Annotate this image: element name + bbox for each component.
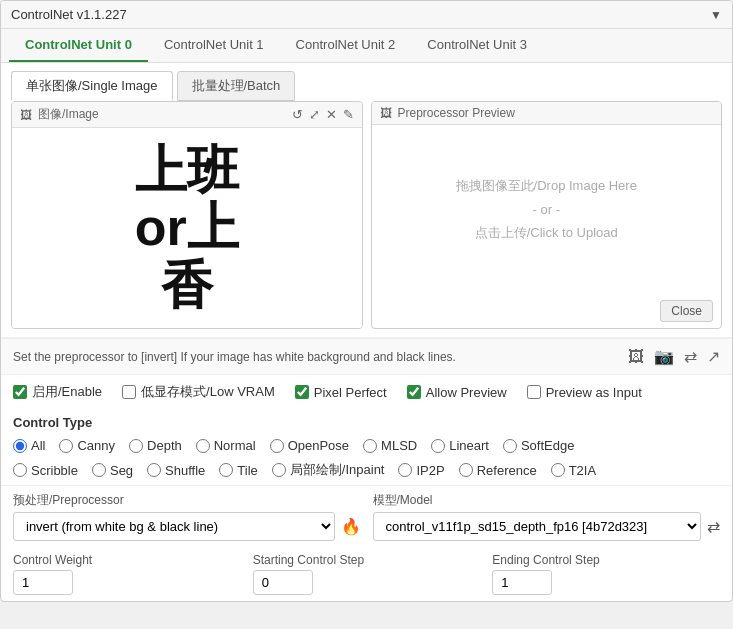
sub-tabs: 单张图像/Single Image 批量处理/Batch xyxy=(1,63,732,101)
allowpreview-checkbox[interactable]: Allow Preview xyxy=(407,385,507,400)
rotate-icon[interactable]: ↺ xyxy=(292,107,303,122)
radio-shuffle[interactable]: Shuffle xyxy=(147,463,205,478)
radio-shuffle-label: Shuffle xyxy=(165,463,205,478)
controlnet-panel: ControlNet v1.1.227 ▼ ControlNet Unit 0 … xyxy=(0,0,733,602)
previewasinput-checkbox[interactable]: Preview as Input xyxy=(527,385,642,400)
preprocessor-select-wrapper: invert (from white bg & black line) 🔥 xyxy=(13,512,361,541)
image-panel-title: 图像/Image xyxy=(38,106,99,123)
main-tabs: ControlNet Unit 0 ControlNet Unit 1 Cont… xyxy=(1,29,732,63)
sub-tab-single[interactable]: 单张图像/Single Image xyxy=(11,71,173,101)
radio-reference-label: Reference xyxy=(477,463,537,478)
sync-icon[interactable]: ⇄ xyxy=(684,347,697,366)
radio-mlsd-label: MLSD xyxy=(381,438,417,453)
radio-depth[interactable]: Depth xyxy=(129,438,182,453)
control-weight-label: Control Weight xyxy=(13,553,241,567)
info-text: Set the preprocessor to [invert] If your… xyxy=(13,350,628,364)
enable-checkbox[interactable]: 启用/Enable xyxy=(13,383,102,401)
pixelperfect-checkbox[interactable]: Pixel Perfect xyxy=(295,385,387,400)
radio-depth-label: Depth xyxy=(147,438,182,453)
radio-t2ia-label: T2IA xyxy=(569,463,596,478)
lowvram-checkbox[interactable]: 低显存模式/Low VRAM xyxy=(122,383,275,401)
radio-inpaint[interactable]: 局部绘制/Inpaint xyxy=(272,461,385,479)
expand-icon[interactable]: ⤢ xyxy=(309,107,320,122)
tab-unit3[interactable]: ControlNet Unit 3 xyxy=(411,29,543,62)
radio-normal[interactable]: Normal xyxy=(196,438,256,453)
radio-openpose[interactable]: OpenPose xyxy=(270,438,349,453)
info-icons: 🖼 📷 ⇄ ↗ xyxy=(628,347,720,366)
tab-unit1[interactable]: ControlNet Unit 1 xyxy=(148,29,280,62)
control-weight-group: Control Weight xyxy=(13,553,241,595)
image-panel-header: 🖼 图像/Image ↺ ⤢ ✕ ✎ xyxy=(12,102,362,128)
radio-all[interactable]: All xyxy=(13,438,45,453)
ending-step-label: Ending Control Step xyxy=(492,553,720,567)
radio-lineart[interactable]: Lineart xyxy=(431,438,489,453)
enable-label: 启用/Enable xyxy=(32,383,102,401)
radio-openpose-label: OpenPose xyxy=(288,438,349,453)
radio-canny[interactable]: Canny xyxy=(59,438,115,453)
draw-icon[interactable]: ✎ xyxy=(343,107,354,122)
control-weight-input[interactable] xyxy=(13,570,73,595)
sync-model-icon[interactable]: ⇄ xyxy=(707,517,720,536)
enable-input[interactable] xyxy=(13,385,27,399)
radio-scribble-label: Scribble xyxy=(31,463,78,478)
image-panels-row: 🖼 图像/Image ↺ ⤢ ✕ ✎ 上班or上香 🖼 Preprocessor… xyxy=(1,101,732,337)
control-type-row1: All Canny Depth Normal OpenPose MLSD Lin… xyxy=(1,434,732,457)
radio-canny-label: Canny xyxy=(77,438,115,453)
radio-reference[interactable]: Reference xyxy=(459,463,537,478)
info-bar: Set the preprocessor to [invert] If your… xyxy=(1,338,732,375)
preprocessor-panel-footer: Close xyxy=(372,294,722,328)
model-select[interactable]: control_v11f1p_sd15_depth_fp16 [4b72d323… xyxy=(373,512,702,541)
camera-icon[interactable]: 📷 xyxy=(654,347,674,366)
radio-lineart-label: Lineart xyxy=(449,438,489,453)
tab-unit2[interactable]: ControlNet Unit 2 xyxy=(280,29,412,62)
starting-step-input[interactable] xyxy=(253,570,313,595)
sub-tab-batch[interactable]: 批量处理/Batch xyxy=(177,71,296,101)
ending-step-group: Ending Control Step xyxy=(492,553,720,595)
arrow-icon[interactable]: ↗ xyxy=(707,347,720,366)
preprocessor-panel: 🖼 Preprocessor Preview 拖拽图像至此/Drop Image… xyxy=(371,101,723,329)
pixelperfect-input[interactable] xyxy=(295,385,309,399)
lowvram-input[interactable] xyxy=(122,385,136,399)
radio-mlsd[interactable]: MLSD xyxy=(363,438,417,453)
title-text: ControlNet v1.1.227 xyxy=(11,7,127,22)
pixelperfect-label: Pixel Perfect xyxy=(314,385,387,400)
close-button[interactable]: Close xyxy=(660,300,713,322)
allowpreview-input[interactable] xyxy=(407,385,421,399)
radio-scribble[interactable]: Scribble xyxy=(13,463,78,478)
ending-step-input[interactable] xyxy=(492,570,552,595)
image-content: 上班or上香 xyxy=(135,142,239,314)
tab-unit0[interactable]: ControlNet Unit 0 xyxy=(9,29,148,62)
image-panel-body[interactable]: 上班or上香 xyxy=(12,128,362,328)
collapse-icon[interactable]: ▼ xyxy=(710,8,722,22)
preprocessor-panel-header: 🖼 Preprocessor Preview xyxy=(372,102,722,125)
radio-tile-label: Tile xyxy=(237,463,257,478)
radio-t2ia[interactable]: T2IA xyxy=(551,463,596,478)
radio-softedge[interactable]: SoftEdge xyxy=(503,438,575,453)
image-panel-actions: ↺ ⤢ ✕ ✎ xyxy=(292,107,354,122)
preprocessor-panel-icon: 🖼 xyxy=(380,106,392,120)
fire-icon[interactable]: 🖼 xyxy=(628,348,644,366)
image-panel: 🖼 图像/Image ↺ ⤢ ✕ ✎ 上班or上香 xyxy=(11,101,363,329)
previewasinput-input[interactable] xyxy=(527,385,541,399)
model-label: 模型/Model xyxy=(373,492,721,509)
starting-step-group: Starting Control Step xyxy=(253,553,481,595)
radio-softedge-label: SoftEdge xyxy=(521,438,575,453)
radio-seg[interactable]: Seg xyxy=(92,463,133,478)
model-select-wrapper: control_v11f1p_sd15_depth_fp16 [4b72d323… xyxy=(373,512,721,541)
radio-ip2p[interactable]: IP2P xyxy=(398,463,444,478)
radio-ip2p-label: IP2P xyxy=(416,463,444,478)
radio-all-label: All xyxy=(31,438,45,453)
lowvram-label: 低显存模式/Low VRAM xyxy=(141,383,275,401)
model-group: 模型/Model control_v11f1p_sd15_depth_fp16 … xyxy=(373,492,721,541)
radio-inpaint-label: 局部绘制/Inpaint xyxy=(290,461,385,479)
drop-image-text: 拖拽图像至此/Drop Image Here- or -点击上传/Click t… xyxy=(456,174,637,244)
preprocessor-panel-title: Preprocessor Preview xyxy=(398,106,515,120)
preprocessor-select[interactable]: invert (from white bg & black line) xyxy=(13,512,335,541)
radio-normal-label: Normal xyxy=(214,438,256,453)
preprocessor-panel-body[interactable]: 拖拽图像至此/Drop Image Here- or -点击上传/Click t… xyxy=(372,125,722,294)
radio-tile[interactable]: Tile xyxy=(219,463,257,478)
close-image-icon[interactable]: ✕ xyxy=(326,107,337,122)
fire-icon[interactable]: 🔥 xyxy=(341,517,361,536)
image-panel-icon: 🖼 xyxy=(20,108,32,122)
preprocessor-group: 预处理/Preprocessor invert (from white bg &… xyxy=(13,492,361,541)
